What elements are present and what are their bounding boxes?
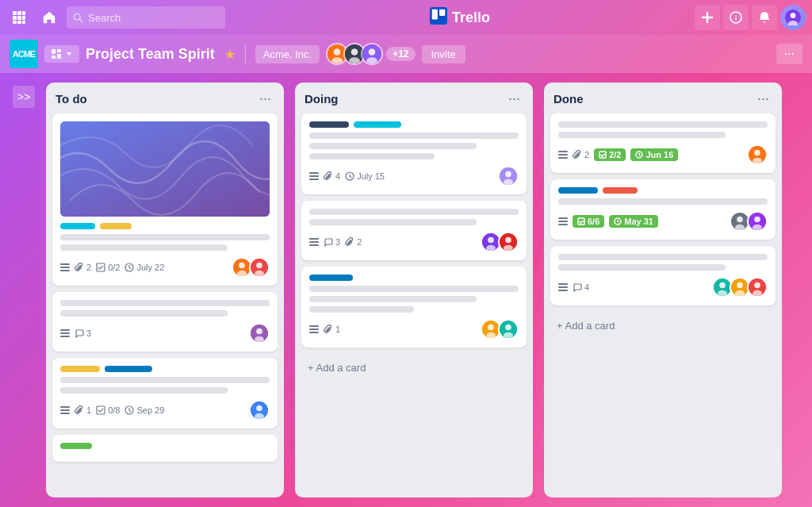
card-avatar-d[interactable] — [249, 400, 270, 421]
card-footer: 2 0/2 July 22 — [60, 257, 270, 278]
card-avatar-g[interactable] — [498, 232, 519, 252]
invite-button[interactable]: Invite — [422, 45, 465, 63]
star-icon[interactable]: ★ — [224, 47, 236, 62]
card-avatar-i[interactable] — [498, 319, 519, 340]
todo-card-2[interactable]: 3 — [52, 292, 278, 351]
member-avatar-3[interactable] — [361, 43, 383, 65]
svg-rect-95 — [558, 224, 568, 225]
svg-point-112 — [735, 290, 745, 297]
tag-green — [60, 443, 92, 449]
add-button[interactable] — [695, 5, 720, 30]
member-count-badge[interactable]: +12 — [386, 47, 415, 61]
svg-point-92 — [753, 158, 762, 164]
done-card-2[interactable]: 6/6 May 31 — [550, 179, 776, 240]
svg-rect-24 — [57, 54, 61, 59]
card-avatar-l[interactable] — [747, 211, 768, 232]
done-card-1[interactable]: 2 2/2 Jun 16 — [550, 113, 776, 173]
tag-cyan — [354, 121, 401, 128]
card-member-avatars — [747, 144, 768, 165]
svg-rect-86 — [558, 154, 568, 156]
done-column-title: Done — [553, 92, 584, 106]
card-footer: 2 2/2 Jun 16 — [558, 144, 768, 165]
grid-menu-icon[interactable] — [6, 5, 32, 30]
doing-add-card-button[interactable]: + Add a card — [301, 357, 527, 378]
notification-bell-icon[interactable] — [752, 5, 777, 30]
svg-rect-23 — [52, 56, 56, 59]
comment-count: 3 — [86, 328, 91, 338]
board-header: ACME Project Team Spirit ★ Acme, Inc. — [0, 35, 812, 73]
svg-point-19 — [791, 13, 796, 18]
doing-card-1[interactable]: 4 July 15 — [301, 113, 527, 194]
svg-point-84 — [504, 332, 513, 339]
todo-more-button[interactable]: ··· — [256, 90, 274, 107]
workspace-button[interactable]: Acme, Inc. — [255, 45, 320, 63]
svg-rect-37 — [60, 270, 70, 271]
doing-column-header: Doing ··· — [301, 90, 527, 107]
svg-rect-60 — [309, 172, 319, 174]
svg-rect-85 — [558, 151, 568, 152]
svg-point-59 — [255, 413, 264, 420]
card-avatar-b[interactable] — [249, 257, 270, 278]
doing-more-button[interactable]: ··· — [505, 90, 523, 107]
svg-point-26 — [334, 48, 341, 56]
svg-rect-3 — [13, 16, 17, 20]
svg-rect-21 — [52, 49, 56, 54]
doing-card-3[interactable]: 1 — [301, 267, 527, 348]
card-footer: 4 July 15 — [309, 166, 519, 186]
tag-dark — [309, 121, 349, 128]
info-icon[interactable]: i — [723, 5, 749, 30]
svg-point-100 — [735, 225, 745, 231]
svg-rect-2 — [22, 11, 25, 15]
svg-text:i: i — [735, 14, 737, 22]
card-text-line — [309, 143, 477, 149]
card-list-icon — [309, 171, 319, 181]
svg-rect-62 — [309, 179, 319, 180]
header-divider — [245, 44, 246, 63]
home-icon[interactable] — [36, 5, 62, 30]
card-tags — [309, 275, 519, 281]
todo-card-3[interactable]: 1 0/8 Sep 29 — [52, 358, 278, 428]
card-checklist: 0/8 — [96, 405, 120, 415]
card-avatar-c[interactable] — [249, 323, 270, 344]
card-list-icon — [60, 263, 70, 272]
card-text-line — [558, 254, 768, 260]
todo-column-header: To do ··· — [52, 90, 278, 107]
board-type-selector[interactable] — [44, 45, 79, 63]
svg-point-109 — [718, 290, 727, 297]
svg-rect-67 — [309, 238, 319, 240]
board-more-button[interactable]: ··· — [776, 44, 802, 64]
card-attachments: 1 — [324, 325, 340, 334]
card-tags — [60, 223, 270, 229]
card-text-line — [309, 286, 519, 292]
card-member-avatars — [232, 257, 270, 278]
svg-rect-78 — [309, 332, 319, 333]
card-list-icon — [60, 328, 70, 338]
tag-blue — [309, 275, 353, 281]
card-text-line — [309, 219, 477, 225]
tag-red — [603, 187, 638, 194]
todo-card-4[interactable] — [52, 435, 278, 462]
svg-point-32 — [369, 48, 376, 56]
card-avatar-e[interactable] — [498, 166, 519, 186]
card-cover-image — [60, 121, 270, 217]
done-more-button[interactable]: ··· — [754, 90, 772, 107]
board-content: >> To do ··· — [0, 73, 812, 507]
svg-rect-96 — [578, 218, 584, 225]
search-bar[interactable]: Search — [67, 6, 225, 29]
svg-point-91 — [754, 150, 760, 156]
todo-card-1[interactable]: 2 0/2 July 22 — [52, 113, 278, 286]
acme-logo[interactable]: ACME — [10, 40, 38, 68]
card-avatar-o[interactable] — [747, 277, 768, 298]
svg-rect-69 — [309, 244, 319, 246]
done-card-3[interactable]: 4 — [550, 246, 776, 305]
svg-rect-52 — [60, 406, 70, 408]
doing-card-2[interactable]: 3 2 — [301, 201, 527, 260]
svg-rect-4 — [17, 16, 21, 20]
card-comments: 3 — [75, 328, 91, 338]
due-badge: Jun 16 — [630, 148, 678, 161]
done-add-card-button[interactable]: + Add a card — [550, 315, 776, 336]
sidebar-toggle[interactable]: >> — [13, 86, 35, 108]
card-avatar-j[interactable] — [747, 144, 768, 165]
user-avatar[interactable] — [780, 5, 806, 30]
svg-rect-53 — [60, 409, 70, 411]
